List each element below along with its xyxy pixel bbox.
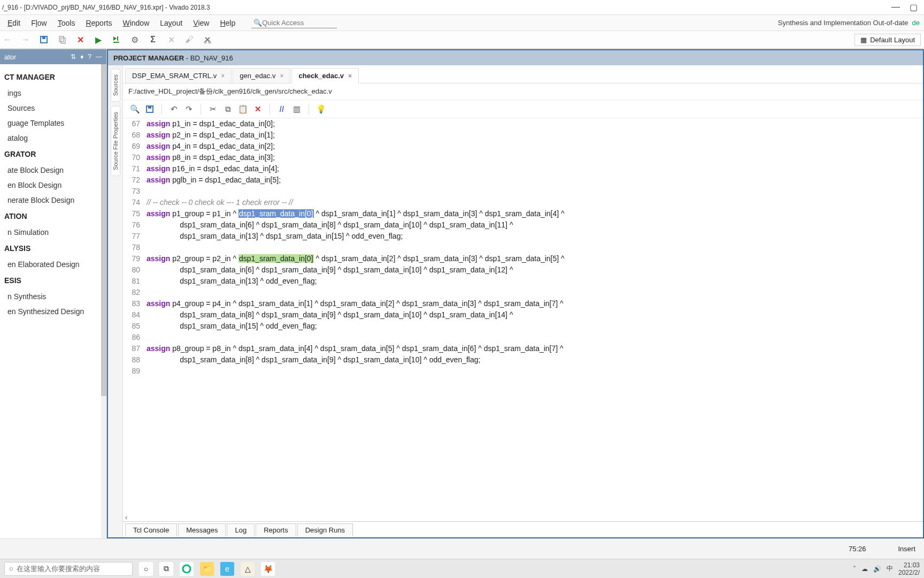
copy-icon[interactable] [57,34,67,45]
nav-item[interactable]: en Elaborated Design [2,257,104,272]
code-line[interactable] [147,287,923,298]
run-icon[interactable]: ▶ [93,34,104,45]
tab-close-icon[interactable]: × [280,72,283,80]
code-line[interactable] [147,242,923,253]
delete-icon[interactable]: ✕ [251,103,264,116]
cut-icon[interactable]: ✂ [206,103,219,116]
code-line[interactable]: assign p4_group = p4_in ^ dsp1_sram_data… [147,298,923,309]
nav-item[interactable]: en Synthesized Design [2,304,104,319]
help-icon[interactable]: ? [88,53,91,60]
quick-access[interactable]: 🔍 [251,18,337,28]
sigma-icon[interactable]: Σ [148,34,158,45]
code-line[interactable] [147,186,923,197]
firefox-icon[interactable]: 🦊 [261,562,275,576]
tray-volume-icon[interactable]: 🔊 [873,565,881,573]
code-line[interactable]: assign p2_in = dsp1_edac_data_in[1]; [147,130,923,141]
save-file-icon[interactable] [143,103,156,116]
cortana-circle-icon[interactable]: ○ [139,562,153,576]
bulb-icon[interactable]: 💡 [314,103,327,116]
code-line[interactable]: dsp1_sram_data_in[6] ^ dsp1_sram_data_in… [147,219,923,231]
tray-cloud-icon[interactable]: ☁ [861,565,868,573]
back-icon[interactable]: ← [2,34,13,45]
details-link[interactable]: de [912,19,920,27]
step-icon[interactable] [111,34,122,45]
explorer-icon[interactable]: 📁 [200,562,214,576]
collapse-indicator-icon[interactable]: ‹ [125,513,127,521]
code-line[interactable]: assign p8_in = dsp1_edac_data_in[3]; [147,152,923,163]
code-line[interactable]: // -- check -- 0 check ok --- 1 check er… [147,197,923,208]
quick-access-input[interactable] [262,19,326,27]
nav-item[interactable]: en Block Design [2,178,104,193]
sidetab-source-file-properties[interactable]: Source File Properties [111,106,120,176]
code-line[interactable] [147,332,923,343]
menu-view[interactable]: View [188,17,214,29]
code-line[interactable]: assign p1_group = p1_in ^ dsp1_sram_data… [147,208,923,219]
maximize-icon[interactable]: ▢ [910,2,918,12]
nav-item[interactable]: n Simulation [2,225,104,240]
save-icon[interactable] [38,34,49,45]
tab-close-icon[interactable]: × [348,72,352,80]
bottom-tab[interactable]: Reports [256,523,296,536]
menu-flow[interactable]: Flow [26,17,52,29]
code-line[interactable]: assign p8_group = p8_in ^ dsp1_sram_data… [147,343,923,354]
sidetab-sources[interactable]: Sources [111,69,120,102]
menu-reports[interactable]: Reports [80,17,117,29]
code-line[interactable] [147,366,923,377]
code-line[interactable]: dsp1_sram_data_in[8] ^ dsp1_sram_data_in… [147,354,923,366]
scissors-icon[interactable] [202,34,213,45]
nav-item[interactable]: Sources [2,101,104,116]
nav-item[interactable]: nerate Block Design [2,193,104,208]
nav-item[interactable]: guage Templates [2,116,104,131]
tab-close-icon[interactable]: × [221,72,225,80]
code-line[interactable]: assign pglb_in = dsp1_edac_data_in[5]; [147,174,923,186]
forward-icon[interactable]: → [20,34,31,45]
nav-item[interactable]: atalog [2,131,104,146]
navigator-scrollbar[interactable] [101,64,106,538]
undo-icon[interactable]: ↶ [167,103,180,116]
tray-ime[interactable]: 中 [887,564,893,573]
minimize-panel-icon[interactable]: — [96,53,102,60]
edge-app-icon[interactable]: e [220,562,234,576]
bottom-tab[interactable]: Messages [178,523,226,536]
menu-tools[interactable]: Tools [52,17,81,29]
collapse-icon[interactable]: ♦ [80,53,83,60]
taskbar-search[interactable]: ○ 在这里输入你要搜索的内容 [4,562,133,576]
code-line[interactable]: dsp1_sram_data_in[13] ^ dsp1_sram_data_i… [147,231,923,242]
code-line[interactable]: dsp1_sram_data_in[8] ^ dsp1_sram_data_in… [147,309,923,321]
code-line[interactable]: dsp1_sram_data_in[13] ^ odd_even_flag; [147,276,923,287]
nav-item[interactable]: ings [2,86,104,101]
code-line[interactable]: dsp1_sram_data_in[6] ^ dsp1_sram_data_in… [147,264,923,276]
code-line[interactable]: assign p2_group = p2_in ^ dsp1_sram_data… [147,253,923,264]
code-line[interactable]: assign p4_in = dsp1_edac_data_in[2]; [147,141,923,152]
menu-layout[interactable]: Layout [155,17,188,29]
bottom-tab[interactable]: Log [227,523,255,536]
refresh-icon[interactable]: ⇅ [71,53,76,60]
vivado-app-icon[interactable]: △ [241,562,255,576]
redo-icon[interactable]: ↷ [182,103,195,116]
menu-edit[interactable]: Edit [2,17,26,29]
edge-icon[interactable] [180,562,194,576]
comment-icon[interactable]: // [275,103,288,116]
column-icon[interactable]: ▥ [290,103,303,116]
layout-dropdown[interactable]: ▦ Default Layout [854,34,921,46]
minimize-icon[interactable]: — [891,2,900,12]
editor-tab[interactable]: DSP_EMA_SRAM_CTRL.v× [125,68,232,83]
menu-help[interactable]: Help [214,17,241,29]
code-line[interactable]: dsp1_sram_data_in[15] ^ odd_even_flag; [147,321,923,332]
nav-item[interactable]: n Synthesis [2,289,104,304]
bottom-tab[interactable]: Tcl Console [125,523,177,536]
editor-tab[interactable]: check_edac.v× [291,68,359,83]
code-line[interactable]: assign p16_in = dsp1_edac_data_in[4]; [147,163,923,174]
find-icon[interactable]: 🔍 [128,103,141,116]
task-view-icon[interactable]: ⧉ [159,562,173,576]
close-icon[interactable]: ✕ [75,34,86,45]
bottom-tab[interactable]: Design Runs [297,523,353,536]
code-line[interactable]: assign p1_in = dsp1_edac_data_in[0]; [147,118,923,130]
tray-up-icon[interactable]: ˄ [853,565,856,573]
copy-icon[interactable]: ⧉ [221,103,234,116]
brush-icon[interactable]: 🖌 [184,34,195,45]
cancel-icon[interactable]: ✕ [166,34,176,45]
paste-icon[interactable]: 📋 [236,103,249,116]
menu-window[interactable]: Window [117,17,155,29]
nav-item[interactable]: ate Block Design [2,163,104,178]
